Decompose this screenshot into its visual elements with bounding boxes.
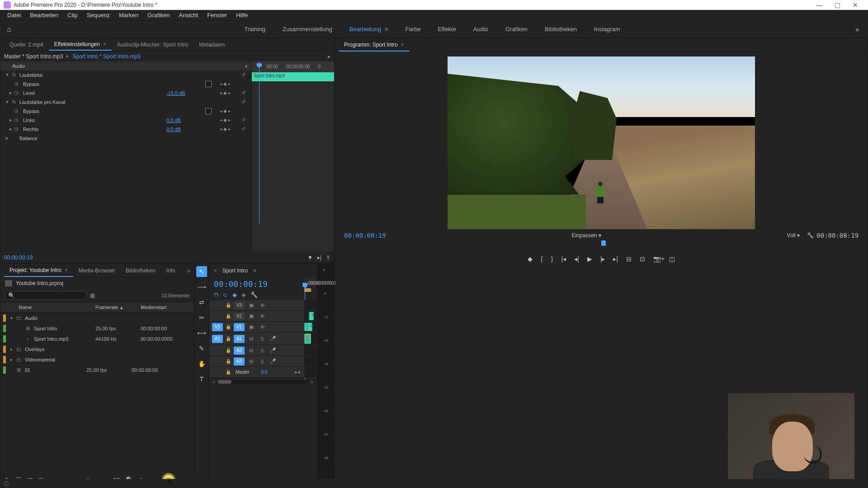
selection-tool[interactable]: ↖ [196,266,207,277]
mute-icon[interactable]: M [247,348,255,353]
voice-icon[interactable]: 🎤 [269,358,277,364]
timeline-timecode[interactable]: 00:00:00:19 [214,279,300,289]
extract-button[interactable]: ⊡ [640,255,645,263]
label-chip[interactable] [3,366,6,374]
reset-icon[interactable]: ↺ [239,117,248,123]
workspace-overflow-button[interactable]: » [846,26,868,33]
col-medienstart[interactable]: Medienstart [141,305,186,310]
bypass-checkbox[interactable] [205,81,212,87]
track-lanes[interactable]: 05 01020304 [304,300,316,378]
fx-icon[interactable]: fx [10,99,18,104]
stopwatch-icon[interactable]: ◷ [14,90,21,96]
ec-clip-label[interactable]: Sport Intro * Sport Intro.mp3 [73,53,141,60]
menu-datei[interactable]: Datei [3,12,25,19]
comparison-view-button[interactable]: ◫ [669,255,675,263]
fit-dropdown[interactable]: Einpassen ▾ [571,232,601,239]
program-scrub-bar[interactable] [592,242,610,251]
voice-icon[interactable]: 🎤 [269,336,277,342]
marker-icon[interactable]: ◆ [232,291,237,298]
resolution-dropdown[interactable]: Voll ▾ [787,232,800,239]
go-to-in-button[interactable]: |◂ [561,255,566,263]
expand-toggle[interactable]: ▾ [4,72,10,78]
timeline-clip[interactable] [304,333,311,344]
lock-icon[interactable]: 🔒 [226,370,231,375]
type-tool[interactable]: T [196,374,207,385]
ws-farbe[interactable]: Farbe [404,22,423,36]
menu-sequenz[interactable]: Sequenz [82,12,114,19]
ws-bibliotheken[interactable]: Bibliotheken [543,22,579,36]
tab-metadaten[interactable]: Metadaten [193,38,230,51]
label-chip[interactable] [3,356,6,363]
ws-training[interactable]: Training [242,22,267,36]
project-item[interactable]: ♪Sport Intro.mp344100 Hz00:00:00:0000 [0,333,194,344]
eye-icon[interactable]: 👁 [258,303,266,308]
step-forward-button[interactable]: |▸ [600,255,605,263]
menu-marken[interactable]: Marken [114,12,143,19]
expand-toggle[interactable]: ▸ [8,90,14,96]
ws-bearbeitung[interactable]: Bearbeitung≡ [348,22,390,36]
project-item[interactable]: ▸🗀Videomaterial [0,354,194,365]
voice-icon[interactable]: 🎤 [269,347,277,353]
label-chip[interactable] [3,314,6,322]
tabs-overflow-button[interactable]: » [187,267,190,274]
solo-icon[interactable]: S [258,336,266,342]
mark-out-button[interactable]: } [551,255,553,263]
toggle-output-icon[interactable]: ▣ [247,324,255,330]
keyframe-nav[interactable]: ◂ ◆ ▸ [212,108,239,113]
expand-toggle[interactable]: ▸ [4,135,10,141]
project-item[interactable]: ⊞Sport Intro25,00 fps00:00:00:00 [0,323,194,333]
label-chip[interactable] [3,335,6,343]
close-button[interactable]: ✕ [846,1,864,9]
menu-ansicht[interactable]: Ansicht [174,12,203,19]
timeline-zoom-scrollbar[interactable] [218,380,307,384]
ws-zusammenstellung[interactable]: Zusammenstellung [281,22,334,36]
lock-icon[interactable]: 🔒 [226,336,231,341]
project-search-input[interactable]: 🔍 [5,291,86,300]
col-framerate[interactable]: Framerate▴ [95,305,141,310]
stopwatch-icon[interactable]: ◷ [14,117,21,123]
settings-icon[interactable]: ◈ [241,291,246,298]
bin-filter-icon[interactable]: ▦ [90,292,95,299]
track-header-v2[interactable]: 🔒V2▣👁 [209,311,304,322]
track-header-v1[interactable]: V1🔒V1▣👁 [209,322,304,333]
solo-icon[interactable]: S [258,359,266,364]
project-column-headers[interactable]: Name Framerate▴ Medienstart [0,302,194,313]
keyframe-nav[interactable]: ◂ ◆ ▸ [212,127,239,131]
filter-icon[interactable]: ▼ [307,254,313,261]
add-marker-button[interactable]: ◆ [528,255,533,263]
mute-icon[interactable]: M [247,359,255,364]
rechts-value[interactable]: 0,0 dB [166,127,212,132]
expand-toggle[interactable]: ▾ [4,99,10,105]
lock-icon[interactable]: 🔒 [226,359,231,364]
hamburger-icon[interactable]: ≡ [104,42,106,47]
chevron-down-icon[interactable]: ▾ [66,54,68,59]
label-chip[interactable] [3,346,6,353]
track-header-a1[interactable]: A1🔒A1MS🎤 [209,333,304,345]
tab-effekteinstellungen[interactable]: Effekteinstellungen≡ [49,38,112,51]
expand-up-icon[interactable]: ▴ [245,63,248,69]
mute-icon[interactable]: M [247,336,255,342]
razor-tool[interactable]: ✂ [196,312,207,323]
project-item-list[interactable]: ▾🗀Audio⊞Sport Intro25,00 fps00:00:00:00♪… [0,313,194,472]
ripple-edit-tool[interactable]: ⇄ [196,297,207,308]
export-icon[interactable]: ⇪ [326,254,330,261]
info-icon[interactable]: ⓘ [4,480,9,487]
bypass-checkbox[interactable] [205,108,212,114]
eye-icon[interactable]: 👁 [258,314,266,319]
tab-project[interactable]: Projekt: Youtube Intro≡ [4,264,73,277]
stopwatch-icon[interactable]: ◷ [14,108,21,114]
home-button[interactable]: ⌂ [0,25,18,33]
snap-icon[interactable]: ⊓ [214,291,218,298]
expand-toggle[interactable]: ▸ [9,357,14,362]
solo-icon[interactable]: S [258,348,266,353]
timeline-sequence-name[interactable]: Sport Intro [222,267,248,274]
slip-tool[interactable]: ⟷ [196,328,207,338]
ec-playhead[interactable] [259,61,259,224]
keyframe-nav[interactable]: ◂ ◆ ▸ [212,117,239,122]
toggle-output-icon[interactable]: ▣ [247,302,255,308]
fx-icon[interactable]: fx [10,72,18,77]
toggle-output-icon[interactable]: ▣ [247,313,255,319]
lock-icon[interactable]: 🔒 [226,324,231,329]
keyframe-nav[interactable]: ◂ ◆ ▸ [212,81,239,86]
reset-icon[interactable]: ↺ [239,72,248,78]
